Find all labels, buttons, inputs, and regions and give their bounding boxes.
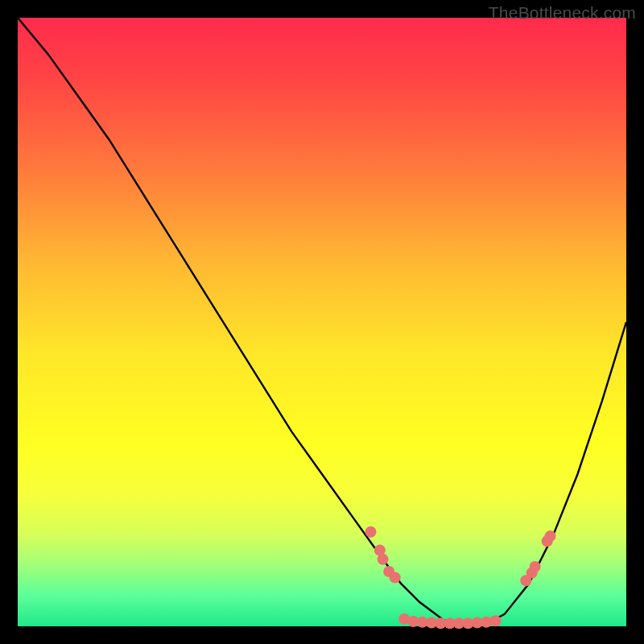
chart-markers xyxy=(365,526,556,629)
chart-marker xyxy=(378,554,389,565)
chart-marker xyxy=(490,615,502,626)
chart-marker xyxy=(545,530,556,542)
chart-marker xyxy=(530,561,541,572)
bottleneck-curve xyxy=(18,18,626,625)
bottleneck-chart xyxy=(18,18,626,626)
chart-marker xyxy=(390,572,401,584)
chart-marker xyxy=(365,526,377,538)
